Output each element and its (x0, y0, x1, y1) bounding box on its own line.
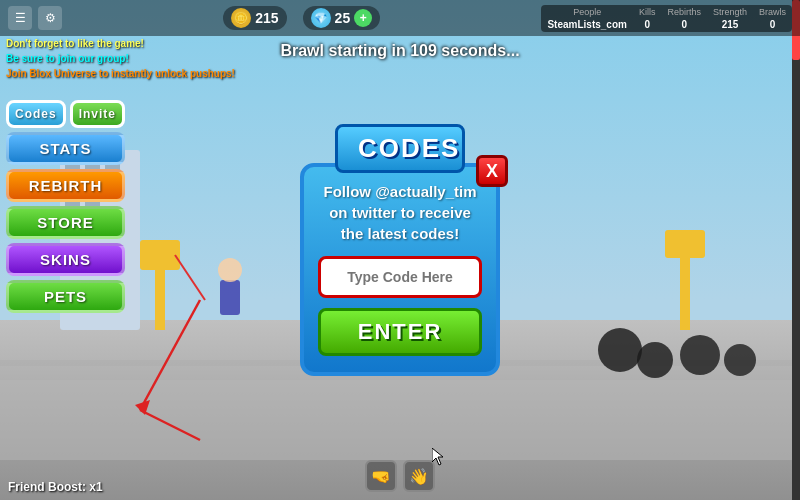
enter-code-button[interactable]: ENTER (318, 308, 482, 356)
code-input-field[interactable] (318, 256, 482, 298)
codes-modal-title: CODES (335, 124, 465, 173)
codes-modal: CODES X Follow @actually_tim on twitter … (300, 124, 500, 376)
close-modal-button[interactable]: X (476, 155, 508, 187)
codes-modal-message: Follow @actually_tim on twitter to recei… (318, 181, 482, 244)
codes-modal-body: X Follow @actually_tim on twitter to rec… (300, 163, 500, 376)
codes-modal-overlay: CODES X Follow @actually_tim on twitter … (0, 0, 800, 500)
